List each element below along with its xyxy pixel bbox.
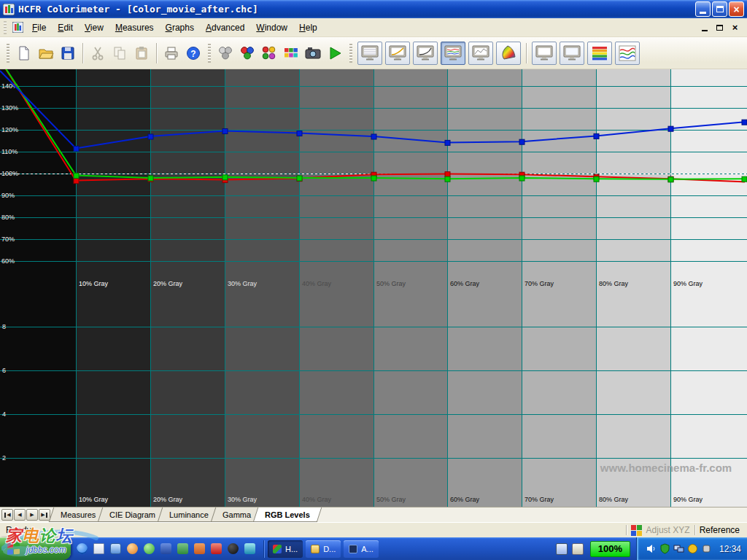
view-luminance-button[interactable] <box>413 42 438 65</box>
volume-icon[interactable] <box>646 543 657 554</box>
tab-scroll-next-button[interactable]: ▶ <box>26 509 38 521</box>
svg-text:60% Gray: 60% Gray <box>450 280 480 287</box>
quicklaunch-media-player-icon[interactable] <box>125 542 139 556</box>
menu-file[interactable]: File <box>26 20 52 36</box>
cut-button[interactable] <box>88 43 108 63</box>
toolbar-grip-2[interactable] <box>208 44 211 63</box>
menu-measures[interactable]: Measures <box>109 20 160 36</box>
input-pen-icon[interactable] <box>572 543 584 555</box>
usb-device-icon[interactable] <box>701 543 712 554</box>
mdi-close-button[interactable]: × <box>729 22 741 33</box>
adjust-xyz-button[interactable]: Adjust XYZ <box>646 525 690 535</box>
zoom-level-button[interactable]: 100% <box>590 541 630 557</box>
quicklaunch-show-desktop-icon[interactable] <box>109 542 123 556</box>
menu-window[interactable]: Window <box>250 20 293 36</box>
minimize-icon <box>700 12 706 14</box>
tab-scroll-buttons: ◀ ◀ ▶ ▶ <box>0 508 52 522</box>
quicklaunch-word-icon[interactable] <box>159 542 173 556</box>
network-icon[interactable] <box>673 543 684 554</box>
monitor-icon <box>563 45 581 61</box>
language-bar-icon[interactable] <box>556 543 568 555</box>
new-file-icon <box>16 45 32 61</box>
taskbar-button-hcfr[interactable]: H... <box>268 540 303 558</box>
new-file-button[interactable] <box>14 43 34 63</box>
svg-text:30% Gray: 30% Gray <box>228 280 258 287</box>
photoshop-task-icon <box>349 545 357 553</box>
quick-launch <box>71 542 261 556</box>
view-measures-button[interactable] <box>357 42 382 65</box>
svg-text:50% Gray: 50% Gray <box>376 280 406 287</box>
mdi-restore-button[interactable] <box>713 22 726 33</box>
primaries-measure-button[interactable] <box>259 43 279 63</box>
tab-rgb-levels[interactable]: RGB Levels <box>253 508 322 522</box>
svg-text:90%: 90% <box>1 192 15 199</box>
print-button[interactable] <box>161 43 182 63</box>
quicklaunch-powerpoint-icon[interactable] <box>193 542 206 556</box>
print-icon <box>163 45 179 61</box>
tab-scroll-last-button[interactable]: ▶ <box>39 509 50 521</box>
help-button[interactable]: ? <box>183 43 204 63</box>
quicklaunch-media-tool-icon[interactable] <box>243 542 257 556</box>
rgb-measure-button[interactable] <box>237 43 258 63</box>
quicklaunch-internet-explorer-icon[interactable] <box>75 542 89 556</box>
monitor-2-button[interactable] <box>560 42 584 65</box>
restore-button[interactable] <box>712 1 727 17</box>
tab-scroll-prev-button[interactable]: ◀ <box>14 509 26 521</box>
view-free-measures-button[interactable] <box>468 42 493 65</box>
svg-text:50% Gray: 50% Gray <box>376 496 406 503</box>
menu-help[interactable]: Help <box>293 20 323 36</box>
antivirus-shield-icon[interactable] <box>659 543 670 554</box>
view-spectrum-button[interactable] <box>587 42 612 65</box>
menu-bar: File Edit View Measures Graphs Advanced … <box>0 18 747 37</box>
update-icon[interactable] <box>687 543 698 554</box>
menubar-grip[interactable] <box>4 21 7 34</box>
view-tabs: Measures CIE Diagram Luminance Gamma RGB… <box>56 508 320 522</box>
view-rgb-levels-button[interactable] <box>441 42 465 65</box>
gamma-monitor-icon <box>389 45 406 61</box>
view-cie-diagram-button[interactable] <box>496 42 521 65</box>
toolbar-grip-1[interactable] <box>7 44 9 63</box>
view-rgb-histogram-button[interactable] <box>615 42 640 65</box>
svg-text:6: 6 <box>2 367 6 374</box>
paste-clipboard-icon <box>133 45 150 61</box>
taskbar-clock[interactable]: 12:34 <box>719 544 741 554</box>
quicklaunch-qq-icon[interactable] <box>226 542 240 556</box>
capture-button[interactable] <box>303 43 323 63</box>
menu-view[interactable]: View <box>79 20 109 36</box>
run-measures-button[interactable] <box>325 43 345 63</box>
tab-scroll-first-button[interactable]: ◀ <box>1 509 13 521</box>
start-button[interactable] <box>0 537 71 560</box>
view-gamma-button[interactable] <box>385 42 410 65</box>
svg-text:80% Gray: 80% Gray <box>599 280 629 287</box>
luminance-monitor-icon <box>417 45 434 61</box>
paste-button[interactable] <box>131 43 152 63</box>
quicklaunch-mail-icon[interactable] <box>92 542 106 556</box>
free-measures-monitor-icon <box>472 45 489 61</box>
menu-advanced[interactable]: Advanced <box>200 20 250 36</box>
quicklaunch-acrobat-icon[interactable] <box>209 542 223 556</box>
mdi-minimize-button[interactable] <box>698 22 711 33</box>
tab-cie-diagram[interactable]: CIE Diagram <box>98 508 167 522</box>
quicklaunch-excel-icon[interactable] <box>176 542 190 556</box>
grayscale-measure-button[interactable] <box>281 43 301 63</box>
color-spheres-icon <box>260 44 278 62</box>
menu-edit[interactable]: Edit <box>52 20 79 36</box>
taskbar-button-folder[interactable]: D... <box>306 540 341 558</box>
document-icon <box>12 22 23 33</box>
quicklaunch-messenger-icon[interactable] <box>142 542 156 556</box>
close-button[interactable]: × <box>729 1 744 17</box>
open-file-button[interactable] <box>36 43 56 63</box>
menu-graphs[interactable]: Graphs <box>160 20 200 36</box>
svg-text:20% Gray: 20% Gray <box>153 496 183 503</box>
copy-button[interactable] <box>109 43 130 63</box>
color-grid-icon <box>282 44 300 62</box>
save-file-button[interactable] <box>58 43 78 63</box>
arrow-right-icon: ▶ <box>41 512 44 518</box>
open-folder-icon <box>38 45 54 61</box>
monitor-1-button[interactable] <box>532 42 557 65</box>
reference-toggle[interactable]: Reference <box>700 525 740 535</box>
toolbar-grip-3[interactable] <box>349 44 352 63</box>
minimize-button[interactable] <box>695 1 711 17</box>
taskbar-button-photoshop[interactable]: A... <box>344 540 379 558</box>
sensor-config-button[interactable] <box>215 43 236 63</box>
